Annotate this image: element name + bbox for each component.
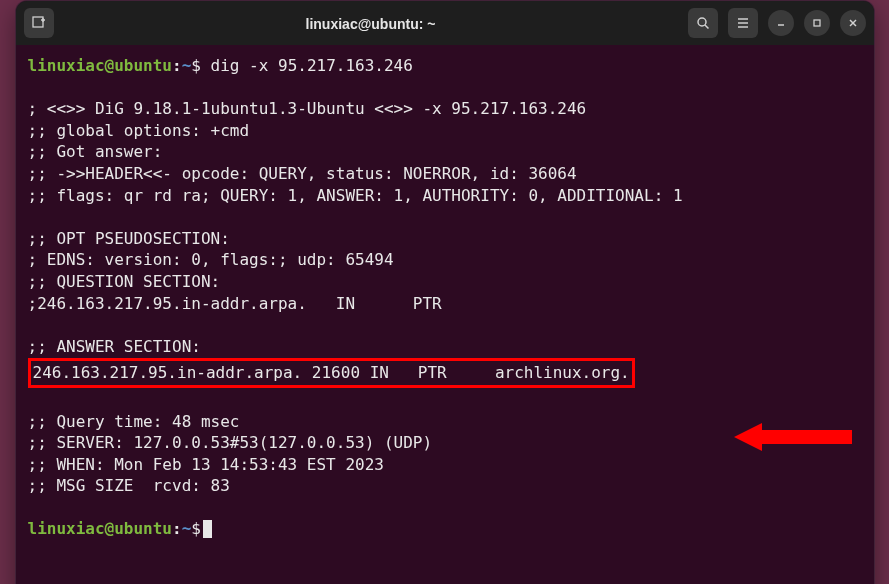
search-button[interactable]: [688, 8, 718, 38]
window-title: linuxiac@ubuntu: ~: [306, 16, 436, 32]
menu-button[interactable]: [728, 8, 758, 38]
maximize-icon: [812, 18, 822, 28]
hamburger-icon: [736, 16, 750, 30]
new-tab-button[interactable]: [24, 8, 54, 38]
output-line: ;; SERVER: 127.0.0.53#53(127.0.0.53) (UD…: [28, 433, 433, 452]
answer-highlight: 246.163.217.95.in-addr.arpa. 21600 IN PT…: [28, 358, 635, 388]
output-line: ;; MSG SIZE rcvd: 83: [28, 476, 230, 495]
output-line: ;; ->>HEADER<<- opcode: QUERY, status: N…: [28, 164, 577, 183]
output-line: ;; global options: +cmd: [28, 121, 250, 140]
minimize-icon: [776, 18, 786, 28]
output-line: ;246.163.217.95.in-addr.arpa. IN PTR: [28, 294, 442, 313]
output-line: ;; Got answer:: [28, 142, 163, 161]
terminal-body[interactable]: linuxiac@ubuntu:~$ dig -x 95.217.163.246…: [16, 45, 874, 584]
prompt-path: ~: [182, 519, 192, 538]
output-line: ;; Query time: 48 msec: [28, 412, 240, 431]
annotation-arrow: [734, 423, 852, 451]
cursor: [203, 520, 212, 538]
close-icon: [848, 18, 858, 28]
prompt-path: ~: [182, 56, 192, 75]
close-button[interactable]: [840, 10, 866, 36]
output-line: ;; QUESTION SECTION:: [28, 272, 221, 291]
svg-rect-9: [814, 20, 820, 26]
arrow-head-icon: [734, 423, 762, 451]
output-line: ;; ANSWER SECTION:: [28, 337, 201, 356]
command-text: dig -x 95.217.163.246: [211, 56, 413, 75]
output-line: ;; OPT PSEUDOSECTION:: [28, 229, 230, 248]
prompt-symbol: $: [191, 519, 201, 538]
output-line: ; EDNS: version: 0, flags:; udp: 65494: [28, 250, 394, 269]
terminal-window: linuxiac@ubuntu: ~ linuxiac@ubuntu:~$ di…: [15, 0, 875, 584]
search-icon: [696, 16, 710, 30]
prompt-colon: :: [172, 56, 182, 75]
prompt-symbol: $: [191, 56, 201, 75]
new-tab-icon: [32, 16, 46, 30]
arrow-shaft: [762, 430, 852, 444]
maximize-button[interactable]: [804, 10, 830, 36]
prompt-userhost: linuxiac@ubuntu: [28, 56, 173, 75]
output-line: ; <<>> DiG 9.18.1-1ubuntu1.3-Ubuntu <<>>…: [28, 99, 587, 118]
titlebar: linuxiac@ubuntu: ~: [16, 1, 874, 45]
minimize-button[interactable]: [768, 10, 794, 36]
prompt-userhost: linuxiac@ubuntu: [28, 519, 173, 538]
svg-rect-0: [33, 17, 43, 27]
answer-line: 246.163.217.95.in-addr.arpa. 21600 IN PT…: [33, 363, 630, 382]
output-line: ;; flags: qr rd ra; QUERY: 1, ANSWER: 1,…: [28, 186, 683, 205]
svg-line-4: [705, 25, 709, 29]
svg-point-3: [698, 18, 706, 26]
prompt-colon: :: [172, 519, 182, 538]
output-line: ;; WHEN: Mon Feb 13 14:53:43 EST 2023: [28, 455, 384, 474]
